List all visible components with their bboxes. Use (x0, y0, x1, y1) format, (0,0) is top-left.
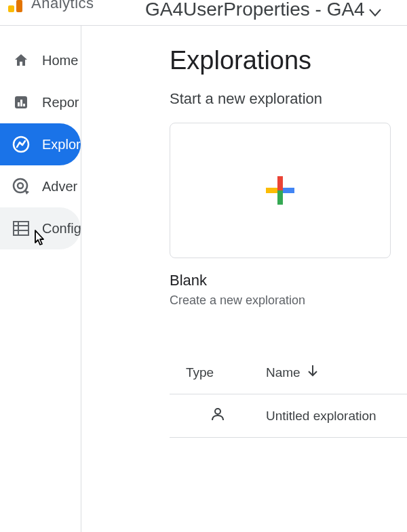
target-click-icon (12, 178, 30, 195)
nav-advertising[interactable]: Adver (0, 165, 81, 207)
home-icon (12, 52, 30, 69)
nav-label: Config (42, 221, 81, 237)
nav-explore[interactable]: Explor (0, 123, 81, 165)
bar-chart-icon (12, 94, 30, 111)
svg-point-6 (18, 183, 23, 188)
logo-block: Analytics (8, 0, 94, 12)
arrow-down-icon (307, 365, 318, 380)
nav-home[interactable]: Home (0, 39, 81, 81)
main-content: Explorations Start a new exploration Bla… (81, 26, 407, 532)
card-title: Blank (170, 272, 407, 289)
nav-label: Repor (42, 95, 79, 110)
row-name: Untitled exploration (266, 409, 407, 424)
col-type-header[interactable]: Type (170, 365, 266, 380)
nav-label: Explor (42, 137, 81, 152)
svg-point-12 (215, 409, 220, 414)
blank-exploration-card[interactable] (170, 123, 391, 258)
nav-label: Adver (42, 179, 77, 195)
explore-icon (12, 136, 30, 153)
app-header: Analytics GA4UserProperties - GA4 (0, 0, 407, 26)
brand-name: Analytics (31, 0, 94, 12)
plus-icon (266, 176, 294, 205)
property-name: GA4UserProperties - GA4 (145, 0, 365, 20)
page-title: Explorations (170, 46, 407, 75)
page-subhead: Start a new exploration (170, 90, 407, 108)
nav-label: Home (42, 53, 78, 68)
chevron-down-icon (369, 0, 381, 22)
table-icon (12, 220, 30, 237)
svg-rect-2 (20, 100, 22, 106)
svg-rect-3 (23, 104, 25, 106)
svg-rect-7 (14, 222, 28, 235)
nav-configure[interactable]: Config (0, 207, 81, 249)
nav-reports[interactable]: Repor (0, 81, 81, 123)
table-header: Type Name (170, 351, 407, 394)
ga-logo-icon (8, 0, 26, 12)
card-subtitle: Create a new exploration (170, 293, 407, 308)
svg-rect-1 (18, 102, 20, 106)
row-type-icon-cell (170, 407, 266, 425)
sidebar: Home Repor Explor Adver Config (0, 26, 81, 532)
person-icon (210, 407, 225, 425)
property-selector[interactable]: GA4UserProperties - GA4 (145, 0, 381, 22)
col-name-label: Name (266, 365, 301, 380)
col-name-header[interactable]: Name (266, 365, 407, 380)
explorations-table: Type Name Untitled exploration (170, 351, 407, 438)
table-row[interactable]: Untitled exploration (170, 394, 407, 438)
